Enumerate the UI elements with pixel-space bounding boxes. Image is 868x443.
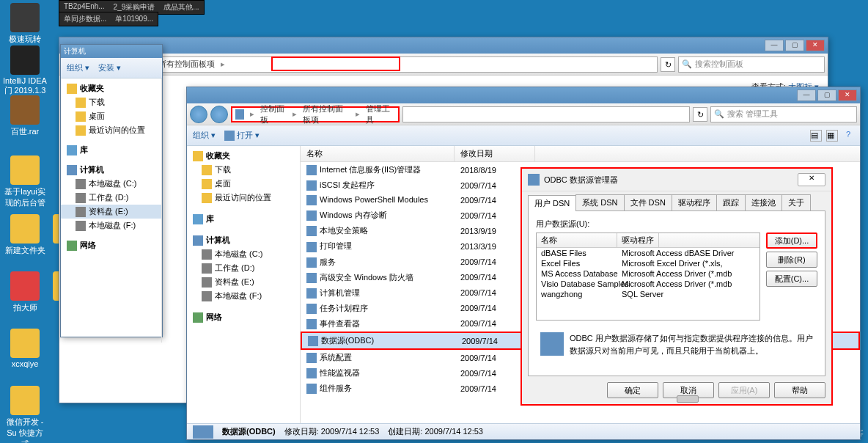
tree-drive-d[interactable]: 工作盘 (D:) [187, 261, 300, 275]
shortcut-icon [306, 288, 317, 299]
tab[interactable]: 系统 DSN [575, 194, 624, 210]
titlebar[interactable]: — ▢ ✕ [59, 37, 828, 54]
tree-favorites[interactable]: 收藏夹 [61, 81, 161, 95]
desktop-icon[interactable]: 微信开发 - Su 快捷方式 [3, 386, 47, 443]
nav-forward[interactable] [210, 106, 228, 123]
taskbar-tab[interactable]: 成品其他... [159, 1, 203, 14]
shortcut-icon [306, 226, 317, 236]
desktop-icon[interactable]: 拍大师 [3, 271, 47, 313]
tree-downloads[interactable]: 下载 [187, 163, 300, 177]
tab[interactable]: 文件 DSN [624, 194, 672, 210]
tree-drive-d[interactable]: 工作盘 (D:) [61, 191, 161, 205]
breadcrumb[interactable]: 所有控制面板项 [155, 59, 218, 70]
desktop-icon[interactable]: 基于layui实 现的后台管 [3, 155, 47, 208]
tree-drive-e[interactable]: 资料盘 (E:) [187, 275, 300, 289]
dsn-row[interactable]: MS Access DatabaseMicrosoft Access Drive… [537, 268, 760, 279]
dsn-row[interactable]: wangzhongSQL Server [537, 289, 760, 299]
tree-desktop[interactable]: 桌面 [61, 109, 161, 123]
address-bar[interactable]: ▸ 控制面板 ▸ 所有控制面板项 ▸ 管理工具 [231, 106, 400, 122]
refresh-button[interactable]: ↻ [661, 57, 675, 72]
folder-icon [76, 98, 86, 108]
dialog-odbc: ODBC 数据源管理器 ✕ 用户 DSN系统 DSN文件 DSN驱动程序跟踪连接… [521, 167, 833, 406]
shortcut-icon [306, 210, 317, 221]
apply-button[interactable]: 应用(A) [718, 382, 770, 398]
desktop-icon[interactable]: 百世.rar [3, 95, 47, 137]
taskbar-tab[interactable]: 单同步数据... [59, 12, 111, 26]
ok-button[interactable]: 确定 [607, 382, 658, 398]
dsn-row[interactable]: Visio Database SamplesMicrosoft Access D… [537, 279, 760, 289]
tree-libraries[interactable]: 库 [61, 143, 161, 157]
min-button[interactable]: — [765, 40, 784, 51]
tree-drive-c[interactable]: 本地磁盘 (C:) [187, 247, 300, 261]
tab[interactable]: 连接池 [745, 194, 782, 210]
tree-downloads[interactable]: 下载 [61, 95, 161, 109]
breadcrumb[interactable]: 所有控制面板项 [300, 103, 353, 125]
tab[interactable]: 跟踪 [716, 194, 746, 210]
max-button[interactable]: ▢ [817, 89, 836, 101]
tree-desktop[interactable]: 桌面 [187, 177, 300, 191]
config-button[interactable]: 配置(C)... [766, 271, 817, 287]
close-button[interactable]: ✕ [838, 89, 857, 101]
tree-network[interactable]: 网络 [61, 238, 161, 252]
help-button[interactable]: 帮助 [774, 382, 825, 398]
folder-icon [202, 179, 212, 189]
desktop-icon[interactable]: 新建文件夹 [3, 214, 47, 256]
max-button[interactable]: ▢ [785, 40, 804, 51]
tree-drive-f[interactable]: 本地磁盘 (F:) [187, 289, 300, 303]
dsn-row[interactable]: Excel FilesMicrosoft Excel Driver (*.xls… [537, 258, 760, 268]
shortcut-icon [306, 257, 317, 268]
breadcrumb[interactable]: 控制面板 [257, 103, 290, 125]
tree-recent[interactable]: 最近访问的位置 [187, 191, 300, 205]
search-box[interactable]: 🔍搜索控制面板 [678, 56, 825, 73]
dsn-table[interactable]: 名称驱动程序 dBASE FilesMicrosoft Access dBASE… [536, 233, 760, 321]
drive-icon [76, 207, 86, 217]
help-icon[interactable]: ? [842, 130, 854, 142]
tree-network[interactable]: 网络 [187, 310, 300, 324]
star-icon [67, 84, 77, 94]
close-button[interactable]: ✕ [806, 40, 825, 51]
tree-drive-c[interactable]: 本地磁盘 (C:) [61, 177, 161, 191]
shortcut-icon [308, 336, 318, 346]
view-icon[interactable]: ▤ [810, 130, 822, 142]
col-date[interactable]: 修改日期 [455, 146, 535, 161]
pc-icon [193, 235, 203, 246]
tree-favorites[interactable]: 收藏夹 [187, 149, 300, 163]
shortcut-icon [306, 368, 317, 378]
open-button[interactable]: 打开 ▾ [224, 130, 260, 141]
tab[interactable]: 驱动程序 [672, 194, 717, 210]
search-icon: 🔍 [714, 109, 724, 119]
network-icon [67, 241, 77, 251]
shortcut-icon [306, 195, 317, 205]
tree-drive-e[interactable]: 资料盘 (E:) [61, 205, 161, 219]
library-icon [67, 145, 77, 155]
tree-computer[interactable]: 计算机 [187, 233, 300, 247]
organize-button[interactable]: 组织 ▾ [193, 130, 216, 141]
organize-button[interactable]: 组织 ▾ [67, 62, 89, 73]
taskbar-tab[interactable]: 单101909... [111, 12, 158, 26]
tree-drive-f[interactable]: 本地磁盘 (F:) [61, 219, 161, 233]
folder-icon [76, 125, 86, 136]
refresh-button[interactable]: ↻ [693, 107, 707, 122]
address-bar[interactable]: 控制面板 ▸ 所有控制面板项 ▸ [103, 56, 658, 73]
drive-icon [202, 249, 212, 260]
tree-computer[interactable]: 计算机 [61, 163, 161, 177]
tab[interactable]: 关于 [781, 194, 811, 210]
install-button[interactable]: 安装 ▾ [98, 62, 121, 73]
delete-button[interactable]: 删除(R) [766, 252, 817, 268]
nav-back[interactable] [190, 106, 207, 123]
file-icon [193, 425, 213, 439]
add-button[interactable]: 添加(D)... [766, 233, 817, 249]
tab[interactable]: 用户 DSN [528, 195, 576, 211]
tree-libraries[interactable]: 库 [187, 212, 300, 226]
desktop-icon[interactable]: xcxqiye [3, 329, 47, 368]
breadcrumb[interactable]: 管理工具 [363, 103, 395, 125]
shortcut-icon [306, 180, 317, 191]
preview-icon[interactable]: ▦ [826, 130, 838, 142]
close-button[interactable]: ✕ [798, 173, 825, 186]
col-name[interactable]: 名称 [301, 146, 455, 161]
tree-recent[interactable]: 最近访问的位置 [61, 123, 161, 137]
window-explorer-small: 计算机 组织 ▾安装 ▾ 收藏夹 下载 桌面 最近访问的位置 库 计算机 本地磁… [60, 44, 163, 337]
search-box[interactable]: 🔍搜索 管理工具 [710, 106, 857, 122]
min-button[interactable]: — [797, 89, 816, 101]
dsn-row[interactable]: dBASE FilesMicrosoft Access dBASE Driver [537, 248, 760, 258]
